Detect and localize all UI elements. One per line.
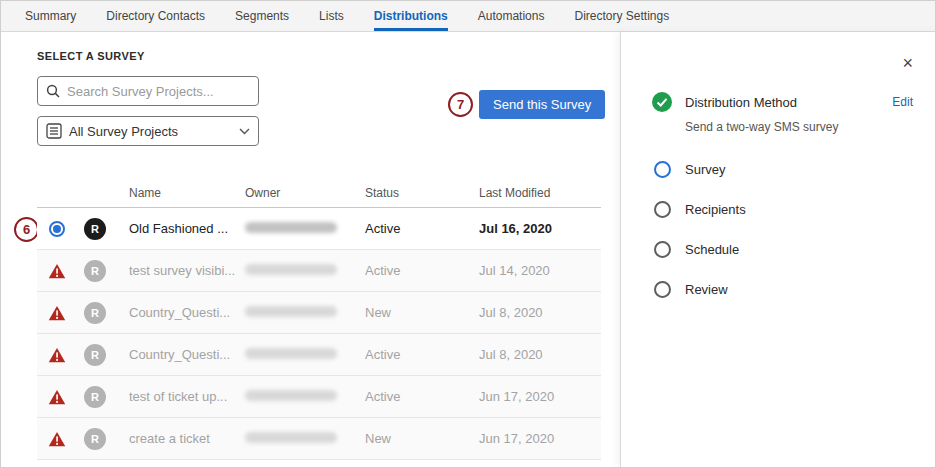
survey-avatar: R [84, 260, 106, 282]
step-distribution-method: Distribution Method Edit [652, 92, 913, 112]
survey-name: Country_Questi... [113, 347, 245, 362]
survey-name: Old Fashioned ... [113, 221, 245, 236]
radio-current-icon [652, 161, 672, 178]
step-survey[interactable]: Survey [652, 161, 913, 178]
list-filter-icon [46, 123, 62, 139]
survey-avatar: R [84, 386, 106, 408]
col-header-last-modified: Last Modified [479, 186, 601, 200]
survey-avatar: R [84, 344, 106, 366]
tab-directory-settings[interactable]: Directory Settings [574, 1, 669, 31]
survey-name: test of ticket up... [113, 389, 245, 404]
step-review[interactable]: Review [652, 281, 913, 298]
survey-status: Active [365, 263, 479, 278]
step-label: Survey [685, 162, 913, 177]
survey-table: Name Owner Status Last Modified R Old Fa… [37, 178, 601, 460]
survey-name: create a ticket [113, 431, 245, 446]
step-subtitle: Send a two-way SMS survey [685, 120, 838, 134]
survey-last-modified: Jul 14, 2020 [479, 263, 601, 278]
owner-redacted-bar [245, 432, 337, 443]
owner-redacted-bar [245, 306, 337, 317]
col-header-owner: Owner [245, 186, 365, 200]
step-recipients[interactable]: Recipients [652, 201, 913, 218]
step-schedule[interactable]: Schedule [652, 241, 913, 258]
warning-icon [48, 389, 66, 405]
survey-last-modified: Jun 17, 2020 [479, 389, 601, 404]
survey-search-box [37, 76, 259, 106]
tab-distributions[interactable]: Distributions [374, 1, 448, 31]
survey-name: test survey visibi... [113, 263, 245, 278]
survey-status: Active [365, 347, 479, 362]
check-circle-icon [652, 92, 672, 112]
step-label: Review [685, 282, 913, 297]
table-header: Name Owner Status Last Modified [37, 178, 601, 208]
table-row[interactable]: R Country_Questi... Active Jul 8, 2020 [37, 334, 601, 376]
close-icon[interactable]: × [902, 54, 913, 72]
search-input[interactable] [67, 84, 250, 99]
owner-redacted-bar [245, 348, 337, 359]
col-header-status: Status [365, 186, 479, 200]
radio-empty-icon [652, 241, 672, 258]
survey-selection-area: SELECT A SURVEY All Survey Projects 7 Se… [1, 32, 622, 467]
tab-summary[interactable]: Summary [25, 1, 76, 31]
survey-avatar: R [84, 428, 106, 450]
radio-empty-icon [652, 201, 672, 218]
directory-tab-bar: Summary Directory Contacts Segments List… [1, 1, 935, 32]
tab-directory-contacts[interactable]: Directory Contacts [106, 1, 205, 31]
table-row[interactable]: R create a ticket New Jun 17, 2020 [37, 418, 601, 460]
warning-icon [48, 305, 66, 321]
step-label: Distribution Method [685, 95, 892, 110]
survey-status: New [365, 431, 479, 446]
project-filter-value: All Survey Projects [69, 124, 239, 139]
distribution-steps-panel: × Distribution Method Edit Send a two-wa… [620, 32, 935, 467]
tab-automations[interactable]: Automations [478, 1, 545, 31]
section-title: SELECT A SURVEY [37, 50, 145, 62]
radio-empty-icon [652, 281, 672, 298]
table-row[interactable]: R Country_Questi... New Jul 8, 2020 [37, 292, 601, 334]
owner-redacted-bar [245, 264, 337, 275]
survey-avatar: R [84, 218, 106, 240]
annotation-step-7: 7 [448, 92, 473, 117]
survey-status: New [365, 305, 479, 320]
survey-last-modified: Jul 16, 2020 [479, 221, 601, 236]
col-header-name: Name [113, 186, 245, 200]
owner-redacted-bar [245, 390, 337, 401]
warning-icon [48, 263, 66, 279]
edit-link[interactable]: Edit [892, 95, 913, 109]
survey-last-modified: Jul 8, 2020 [479, 305, 601, 320]
annotation-step-6: 6 [14, 217, 39, 242]
send-this-survey-button[interactable]: Send this Survey [479, 90, 605, 119]
search-icon [46, 84, 60, 98]
project-filter-dropdown[interactable]: All Survey Projects [37, 116, 259, 146]
table-row[interactable]: R test of ticket up... Active Jun 17, 20… [37, 376, 601, 418]
survey-status: Active [365, 221, 479, 236]
owner-redacted-bar [245, 222, 337, 233]
tab-segments[interactable]: Segments [235, 1, 289, 31]
survey-last-modified: Jul 8, 2020 [479, 347, 601, 362]
step-label: Recipients [685, 202, 913, 217]
chevron-down-icon [239, 128, 250, 135]
survey-last-modified: Jun 17, 2020 [479, 431, 601, 446]
radio-selected-icon[interactable] [49, 221, 65, 237]
table-row[interactable]: R test survey visibi... Active Jul 14, 2… [37, 250, 601, 292]
survey-status: Active [365, 389, 479, 404]
step-label: Schedule [685, 242, 913, 257]
survey-avatar: R [84, 302, 106, 324]
warning-icon [48, 431, 66, 447]
tab-lists[interactable]: Lists [319, 1, 344, 31]
warning-icon [48, 347, 66, 363]
table-row[interactable]: R Old Fashioned ... Active Jul 16, 2020 [37, 208, 601, 250]
survey-name: Country_Questi... [113, 305, 245, 320]
